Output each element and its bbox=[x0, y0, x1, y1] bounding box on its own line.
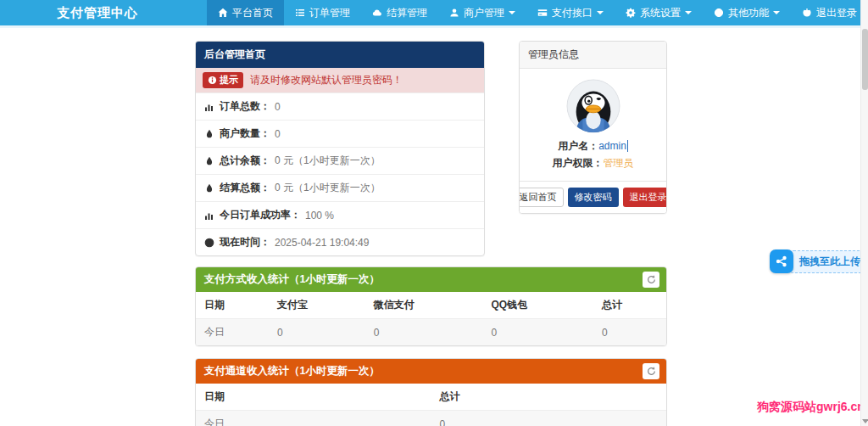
user-icon bbox=[449, 8, 459, 18]
alert-message: 请及时修改网站默认管理员密码！ bbox=[250, 73, 403, 87]
nav-item-label: 商户管理 bbox=[464, 6, 504, 20]
caret-down-icon bbox=[773, 11, 780, 14]
home-icon bbox=[218, 8, 228, 18]
refresh-icon bbox=[647, 275, 656, 284]
caret-down-icon bbox=[685, 11, 692, 14]
content-area: 后台管理首页 提示 请及时修改网站默认管理员密码！ 订单总数： 0 商户数量： … bbox=[195, 41, 667, 426]
scrollbar-down-arrow[interactable] bbox=[862, 419, 868, 423]
droplet-icon bbox=[204, 183, 214, 193]
app-title: 支付管理中心 bbox=[0, 0, 195, 25]
nav-item-orders[interactable]: 订单管理 bbox=[284, 0, 361, 25]
table-cell: 0 bbox=[593, 319, 666, 346]
nav-item-platform-home[interactable]: 平台首页 bbox=[207, 0, 284, 25]
username-row: 用户名：admin bbox=[525, 139, 661, 154]
dashboard-panel-title: 后台管理首页 bbox=[196, 42, 484, 68]
top-navbar: 支付管理中心 平台首页 订单管理 结算管理 商户管理 支付接口 系统设置 bbox=[0, 0, 868, 28]
table-title: 支付方式收入统计（1小时更新一次） bbox=[204, 272, 380, 287]
globe-icon bbox=[714, 8, 724, 18]
payment-method-income-table: 日期 支付宝 微信支付 QQ钱包 总计 今日 0 0 0 0 bbox=[196, 292, 666, 345]
nav-item-settlement[interactable]: 结算管理 bbox=[361, 0, 438, 25]
caret-down-icon bbox=[509, 11, 515, 14]
nav-item-label: 退出登录 bbox=[816, 6, 857, 20]
nav-item-label: 系统设置 bbox=[640, 6, 681, 20]
share-nodes-icon[interactable] bbox=[770, 249, 793, 273]
cloud-icon bbox=[372, 8, 382, 18]
credit-card-icon bbox=[537, 8, 548, 18]
column-header: 日期 bbox=[196, 384, 431, 411]
stat-settlement-total: 结算总额： 0 元（1小时更新一次） bbox=[196, 174, 484, 201]
nav-item-logout[interactable]: 退出登录 bbox=[791, 0, 868, 25]
logout-button[interactable]: 退出登录 bbox=[623, 188, 668, 207]
nav-item-label: 结算管理 bbox=[387, 6, 427, 20]
password-warning-alert: 提示 请及时修改网站默认管理员密码！ bbox=[196, 68, 484, 92]
payment-channel-income-panel: 支付通道收入统计（1小时更新一次） 日期 总计 今日 0 bbox=[195, 358, 667, 426]
column-header: 总计 bbox=[593, 292, 666, 319]
column-header: 微信支付 bbox=[365, 292, 483, 319]
stat-success-rate: 今日订单成功率： 100 % bbox=[196, 201, 484, 228]
username-value[interactable]: admin bbox=[598, 140, 628, 152]
info-circle-icon bbox=[208, 76, 217, 85]
role-row: 用户权限：管理员 bbox=[525, 156, 661, 171]
table-cell: 0 bbox=[483, 319, 593, 346]
scrollbar-thumb[interactable] bbox=[862, 29, 868, 90]
stat-total-balance: 总计余额： 0 元（1小时更新一次） bbox=[196, 147, 484, 174]
gear-icon bbox=[626, 8, 636, 18]
column-header: 总计 bbox=[431, 384, 667, 411]
avatar bbox=[566, 79, 620, 133]
clock-icon bbox=[204, 238, 214, 248]
nav-item-system-settings[interactable]: 系统设置 bbox=[615, 0, 703, 25]
admin-panel-title: 管理员信息 bbox=[520, 42, 666, 69]
payment-method-income-panel: 支付方式收入统计（1小时更新一次） 日期 支付宝 微信支付 QQ钱包 总计 今日… bbox=[195, 266, 667, 346]
nav-item-label: 订单管理 bbox=[309, 6, 350, 20]
admin-info-panel: 管理员信息 bbox=[519, 41, 667, 214]
bar-chart-icon bbox=[204, 102, 214, 112]
bar-chart-icon bbox=[204, 210, 214, 221]
stat-current-time: 现在时间： 2025-04-21 19:04:49 bbox=[196, 228, 484, 255]
nav-item-label: 支付接口 bbox=[552, 6, 593, 20]
table-row: 今日 0 0 0 0 bbox=[196, 319, 666, 346]
back-home-button[interactable]: 返回首页 bbox=[519, 188, 564, 207]
refresh-icon bbox=[647, 367, 656, 376]
nav-item-label: 平台首页 bbox=[232, 6, 273, 20]
table-cell: 今日 bbox=[196, 319, 269, 346]
droplet-icon bbox=[204, 156, 214, 166]
nav-item-label: 其他功能 bbox=[728, 6, 769, 20]
nav-item-payment-api[interactable]: 支付接口 bbox=[526, 0, 615, 25]
table-cell: 0 bbox=[365, 319, 483, 346]
stat-merchant-count: 商户数量： 0 bbox=[196, 120, 484, 147]
table-cell: 今日 bbox=[196, 411, 431, 426]
watermark-text: 狗窝源码站gwrj6.cn bbox=[757, 400, 865, 415]
table-cell: 0 bbox=[431, 411, 667, 426]
power-icon bbox=[802, 8, 812, 18]
drag-upload-widget[interactable]: 拖拽至此上传 bbox=[770, 249, 868, 273]
role-value: 管理员 bbox=[604, 157, 634, 169]
caret-down-icon bbox=[597, 11, 604, 14]
table-cell: 0 bbox=[269, 319, 365, 346]
drag-upload-label: 拖拽至此上传 bbox=[787, 250, 868, 273]
nav-item-merchants[interactable]: 商户管理 bbox=[438, 0, 526, 25]
stat-total-orders: 订单总数： 0 bbox=[196, 92, 484, 120]
column-header: QQ钱包 bbox=[483, 292, 593, 319]
nav-item-other-functions[interactable]: 其他功能 bbox=[703, 0, 791, 25]
droplet-icon bbox=[204, 129, 214, 139]
refresh-button[interactable] bbox=[643, 363, 659, 379]
change-password-button[interactable]: 修改密码 bbox=[568, 188, 619, 207]
column-header: 日期 bbox=[196, 292, 269, 319]
table-row: 今日 0 bbox=[196, 411, 666, 426]
nav-menu: 平台首页 订单管理 结算管理 商户管理 支付接口 系统设置 其他功能 bbox=[207, 0, 868, 25]
payment-channel-income-table: 日期 总计 今日 0 bbox=[196, 384, 666, 426]
vertical-scrollbar[interactable] bbox=[860, 0, 868, 426]
list-icon bbox=[295, 8, 305, 18]
admin-panel-footer: 返回首页 修改密码 退出登录 bbox=[520, 181, 666, 213]
alert-badge: 提示 bbox=[203, 72, 243, 88]
refresh-button[interactable] bbox=[643, 272, 659, 288]
dashboard-panel: 后台管理首页 提示 请及时修改网站默认管理员密码！ 订单总数： 0 商户数量： … bbox=[195, 41, 485, 256]
column-header: 支付宝 bbox=[269, 292, 365, 319]
table-title: 支付通道收入统计（1小时更新一次） bbox=[204, 364, 380, 378]
